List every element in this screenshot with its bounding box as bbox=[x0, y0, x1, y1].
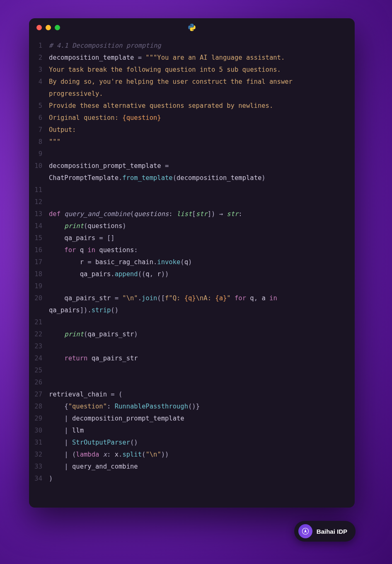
line-number: 9 bbox=[29, 148, 49, 160]
line-number: 18 bbox=[29, 268, 49, 280]
code-line: 34) bbox=[29, 473, 355, 485]
code-line: 8""" bbox=[29, 136, 355, 148]
line-number: 5 bbox=[29, 100, 49, 112]
line-number: 11 bbox=[29, 184, 49, 196]
code-line: 9 bbox=[29, 148, 355, 160]
brand-badge-text: Baihai IDP bbox=[317, 528, 347, 535]
line-content: | StrOutputParser() bbox=[49, 437, 355, 449]
line-number: 29 bbox=[29, 413, 49, 425]
line-content: By doing so, you're helping the user con… bbox=[49, 76, 355, 100]
line-number: 24 bbox=[29, 352, 49, 365]
line-number: 1 bbox=[29, 40, 49, 52]
code-line: 26 bbox=[29, 377, 355, 389]
line-content: print(qa_pairs_str) bbox=[49, 328, 355, 340]
code-line: 7Output: bbox=[29, 124, 355, 136]
line-number: 30 bbox=[29, 425, 49, 437]
traffic-lights bbox=[36, 25, 60, 30]
line-number: 19 bbox=[29, 280, 49, 292]
line-number: 17 bbox=[29, 256, 49, 268]
line-content bbox=[49, 280, 355, 292]
code-line: 4By doing so, you're helping the user co… bbox=[29, 76, 355, 100]
line-number: 26 bbox=[29, 377, 49, 389]
code-line: 16 for q in questions: bbox=[29, 244, 355, 256]
code-line: 27retrieval_chain = ( bbox=[29, 389, 355, 401]
line-content bbox=[49, 316, 355, 328]
line-number: 12 bbox=[29, 196, 49, 208]
code-line: 14 print(questions) bbox=[29, 220, 355, 232]
titlebar bbox=[29, 18, 355, 36]
line-number: 2 bbox=[29, 52, 49, 64]
code-line: 22 print(qa_pairs_str) bbox=[29, 328, 355, 340]
code-line: 18 qa_pairs.append((q, r)) bbox=[29, 268, 355, 280]
close-icon[interactable] bbox=[36, 25, 42, 30]
line-content: return qa_pairs_str bbox=[49, 352, 355, 365]
line-content: for q in questions: bbox=[49, 244, 355, 256]
code-line: 5Provide these alternative questions sep… bbox=[29, 100, 355, 112]
line-content bbox=[49, 148, 355, 160]
code-line: 20 qa_pairs_str = "\n".join([f"Q: {q}\nA… bbox=[29, 292, 355, 316]
line-number: 14 bbox=[29, 220, 49, 232]
line-number: 20 bbox=[29, 292, 49, 316]
line-number: 3 bbox=[29, 64, 49, 76]
line-number: 25 bbox=[29, 365, 49, 377]
line-content: """ bbox=[49, 136, 355, 148]
line-content: Output: bbox=[49, 124, 355, 136]
line-content: Original question: {question} bbox=[49, 112, 355, 124]
line-number: 7 bbox=[29, 124, 49, 136]
line-number: 31 bbox=[29, 437, 49, 449]
code-line: 33 | query_and_combine bbox=[29, 461, 355, 473]
code-line: 21 bbox=[29, 316, 355, 328]
line-number: 8 bbox=[29, 136, 49, 148]
line-content: # 4.1 Decomposition prompting bbox=[49, 40, 355, 52]
code-window: 1# 4.1 Decomposition prompting2decomposi… bbox=[29, 18, 355, 508]
code-line: 6Original question: {question} bbox=[29, 112, 355, 124]
line-content: retrieval_chain = ( bbox=[49, 389, 355, 401]
code-line: 23 bbox=[29, 340, 355, 352]
line-content: | llm bbox=[49, 425, 355, 437]
python-icon bbox=[188, 23, 196, 32]
line-number: 13 bbox=[29, 208, 49, 220]
line-content: ) bbox=[49, 473, 355, 485]
line-number: 4 bbox=[29, 76, 49, 100]
line-content: decomposition_template = """You are an A… bbox=[49, 52, 355, 64]
code-line: 28 {"question": RunnablePassthrough()} bbox=[29, 401, 355, 413]
line-number: 27 bbox=[29, 389, 49, 401]
line-content: | (lambda x: x.split("\n")) bbox=[49, 449, 355, 461]
line-content bbox=[49, 184, 355, 196]
brand-logo-icon bbox=[298, 524, 312, 538]
line-content bbox=[49, 340, 355, 352]
code-line: 29 | decomposition_prompt_template bbox=[29, 413, 355, 425]
line-content bbox=[49, 377, 355, 389]
code-line: 31 | StrOutputParser() bbox=[29, 437, 355, 449]
line-content: qa_pairs.append((q, r)) bbox=[49, 268, 355, 280]
line-number: 10 bbox=[29, 160, 49, 184]
line-content: print(questions) bbox=[49, 220, 355, 232]
line-content: r = basic_rag_chain.invoke(q) bbox=[49, 256, 355, 268]
maximize-icon[interactable] bbox=[55, 25, 60, 30]
code-editor: 1# 4.1 Decomposition prompting2decomposi… bbox=[29, 36, 355, 493]
line-content: | decomposition_prompt_template bbox=[49, 413, 355, 425]
line-content bbox=[49, 365, 355, 377]
line-number: 21 bbox=[29, 316, 49, 328]
line-content: qa_pairs_str = "\n".join([f"Q: {q}\nA: {… bbox=[49, 292, 355, 316]
line-content: | query_and_combine bbox=[49, 461, 355, 473]
line-number: 22 bbox=[29, 328, 49, 340]
line-number: 6 bbox=[29, 112, 49, 124]
code-line: 25 bbox=[29, 365, 355, 377]
code-line: 3Your task break the following question … bbox=[29, 64, 355, 76]
code-line: 13def query_and_combine(questions: list[… bbox=[29, 208, 355, 220]
line-number: 33 bbox=[29, 461, 49, 473]
code-line: 30 | llm bbox=[29, 425, 355, 437]
line-number: 28 bbox=[29, 401, 49, 413]
code-line: 17 r = basic_rag_chain.invoke(q) bbox=[29, 256, 355, 268]
line-content: Your task break the following question i… bbox=[49, 64, 355, 76]
line-content: Provide these alternative questions sepa… bbox=[49, 100, 355, 112]
code-line: 12 bbox=[29, 196, 355, 208]
line-content: decomposition_prompt_template = ChatProm… bbox=[49, 160, 355, 184]
code-line: 32 | (lambda x: x.split("\n")) bbox=[29, 449, 355, 461]
minimize-icon[interactable] bbox=[46, 25, 51, 30]
code-line: 1# 4.1 Decomposition prompting bbox=[29, 40, 355, 52]
line-number: 16 bbox=[29, 244, 49, 256]
code-line: 19 bbox=[29, 280, 355, 292]
line-number: 32 bbox=[29, 449, 49, 461]
